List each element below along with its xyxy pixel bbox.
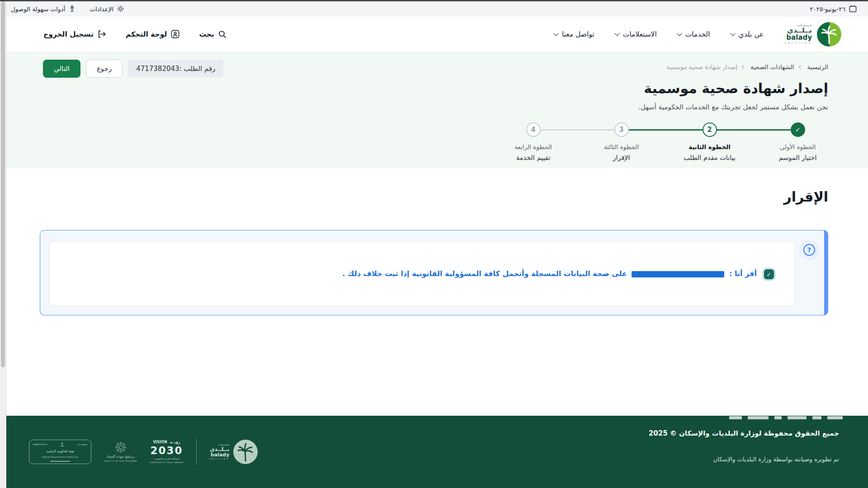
nav-inquiries[interactable]: الاستعلامات (615, 30, 657, 38)
step-3-declaration: 3 الخطوة الثالثة الإقرار (577, 122, 665, 161)
date-display: ٢٦-يونيو-٢٠٢٥ (810, 5, 857, 13)
step-number: 2 (703, 122, 717, 137)
date-text: ٢٦-يونيو-٢٠٢٥ (810, 5, 845, 13)
dashboard-button[interactable]: لوحة التحكم (126, 29, 180, 39)
nav-services[interactable]: الخدمات (678, 30, 710, 38)
next-button[interactable]: التالي (43, 60, 80, 78)
search-icon (218, 30, 227, 39)
nav-contact-us[interactable]: تواصل معنا (554, 30, 594, 38)
balady-logo[interactable]: خــدمــات بــلــدي balady services (784, 22, 842, 47)
step-subtitle: الإقرار (613, 154, 630, 161)
hero-actions: رقم الطلب :4717382043 رجوع التالي (43, 60, 223, 78)
user-card-icon (170, 29, 180, 39)
vision-ar: رؤيــة (170, 440, 180, 444)
settings-button[interactable]: الإعدادات (90, 5, 124, 13)
footer-logos: Registered on مسجل لدى هيئة الحكومة الرق… (29, 439, 258, 465)
declaration-inner-card: ✓ أقر أنا : على صحة البيانات المسجلة وأت… (49, 241, 795, 306)
search-button[interactable]: بحث (199, 30, 226, 39)
footer-copyright: جميع الحقوق محفوظة لوزارة البلديات والإس… (649, 429, 839, 437)
redacted-name (632, 271, 724, 277)
step-connector (629, 129, 703, 131)
scrollbar[interactable] (0, 0, 6, 488)
dashboard-label: لوحة التحكم (126, 30, 167, 38)
balady-f-en-sub: services (209, 458, 230, 460)
step-connector (717, 129, 791, 131)
request-number-badge: رقم الطلب :4717382043 (128, 60, 223, 77)
step-2-applicant-data: 2 الخطوة الثانية بيانات مقدم الطلب (665, 122, 754, 161)
declaration-card: ? ✓ أقر أنا : على صحة البيانات المسجلة و… (40, 230, 828, 315)
search-label: بحث (199, 30, 214, 38)
footer-text-block: جميع الحقوق محفوظة لوزارة البلديات والإس… (649, 416, 839, 488)
vision-ksa-en: KINGDOM OF SAUDI ARABIA (150, 461, 184, 464)
step-check-icon: ✓ (791, 122, 805, 137)
footer-developed-by: تم تطويره وصيانته بواسطة وزارة البلديات … (649, 456, 839, 463)
back-button[interactable]: رجوع (86, 60, 123, 78)
logout-icon (97, 29, 107, 39)
vision-en: VISION (153, 440, 167, 444)
quality-of-life-logo: برنامج جودة الحياة QUALITY OF LIFE PROGR… (104, 441, 137, 462)
dga-registered-ar: مسجل لدى (78, 443, 87, 446)
dga-name-en: Digital Government Authority (42, 456, 78, 458)
gear-icon (117, 5, 124, 13)
dga-underline (50, 461, 70, 462)
step-1-season-selection: ✓ الخطوة الأولى اختيار الموسم (754, 122, 842, 161)
breadcrumb-health-certificates[interactable]: الشهادات الصحية (750, 63, 794, 70)
logo-en: balady (786, 34, 812, 42)
page-subtitle: نحن نعمل بشكل مستمر لجعل تجربتك مع الخدم… (43, 103, 828, 111)
dga-registered-en: Registered on (33, 443, 47, 446)
qol-name-en: QUALITY OF LIFE PROGRAM (104, 460, 137, 462)
vision-2030-logo: VISION رؤيــة 2030 المملكة العربية السعو… (150, 440, 184, 464)
logo-en-sub: services (784, 42, 812, 45)
chevron-down-icon (553, 31, 558, 36)
nav-label: تواصل معنا (562, 30, 594, 38)
breadcrumb: الرئيسية الشهادات الصحية إصدار شهادة صحي… (667, 60, 828, 70)
step-title: الخطوة الرابعة (514, 143, 552, 150)
balady-palm-icon (816, 22, 842, 47)
declaration-checkbox[interactable]: ✓ (764, 269, 774, 279)
step-title: الخطوة الأولى (780, 143, 816, 150)
step-4-service-rating: 4 الخطوة الرابعة تقييم الخدمة (489, 122, 577, 161)
logout-label: تسجيل الخروج (43, 30, 94, 38)
dga-name-ar: هيئة الحكومة الرقمية (47, 450, 74, 453)
chevron-left-icon (741, 65, 746, 69)
window-top-edge (0, 0, 868, 1)
accessibility-tools-button[interactable]: أدوات سهولة الوصول (11, 5, 76, 13)
accessibility-icon (68, 5, 76, 13)
nav-label: الاستعلامات (623, 30, 657, 38)
step-subtitle: بيانات مقدم الطلب (684, 154, 736, 161)
saudi-emblem-icon (60, 442, 65, 447)
chevron-down-icon (677, 31, 682, 36)
progress-stepper: ✓ الخطوة الأولى اختيار الموسم 2 الخطوة ا… (489, 122, 842, 161)
step-connector (541, 129, 614, 131)
chevron-down-icon (614, 31, 619, 36)
declaration-text: أقر أنا : على صحة البيانات المسجلة وأتحم… (342, 268, 757, 280)
scrollbar-thumb[interactable] (1, 1, 5, 367)
calendar-icon (849, 5, 857, 13)
utility-actions: الإعدادات أدوات سهولة الوصول (11, 5, 124, 13)
nav-label: الخدمات (685, 30, 710, 38)
step-number: 4 (526, 122, 541, 137)
dga-registration-badge: Registered on مسجل لدى هيئة الحكومة الرق… (29, 440, 91, 464)
balady-palm-icon (233, 439, 258, 465)
chevron-left-icon (798, 65, 803, 69)
nav-label: عن بلدي (739, 30, 764, 38)
header-actions: بحث لوحة التحكم تسجيل الخروج (43, 29, 227, 39)
step-title: الخطوة الثانية (689, 143, 731, 150)
vision-ksa-ar: المملكة العربية السعودية (154, 457, 179, 460)
breadcrumb-home[interactable]: الرئيسية (807, 63, 829, 70)
step-number: 3 (614, 122, 629, 137)
help-icon[interactable]: ? (803, 244, 815, 256)
settings-label: الإعدادات (90, 5, 113, 13)
footer-logo-divider (196, 439, 197, 465)
main-header: خــدمــات بــلــدي balady services عن بل… (0, 16, 868, 52)
accessibility-label: أدوات سهولة الوصول (11, 5, 65, 13)
vision-year: 2030 (151, 446, 183, 456)
step-subtitle: تقييم الخدمة (516, 154, 550, 161)
page-title: إصدار شهادة صحية موسمية (43, 80, 828, 96)
logout-button[interactable]: تسجيل الخروج (43, 29, 107, 39)
breadcrumb-current: إصدار شهادة صحية موسمية (667, 63, 737, 70)
nav-about-balady[interactable]: عن بلدي (731, 30, 764, 38)
help-icon-halo: ? (799, 239, 820, 260)
balady-footer-logo: خــدمــات بــلــدي balady services (209, 439, 259, 465)
qol-name-ar: برنامج جودة الحياة (107, 455, 135, 459)
